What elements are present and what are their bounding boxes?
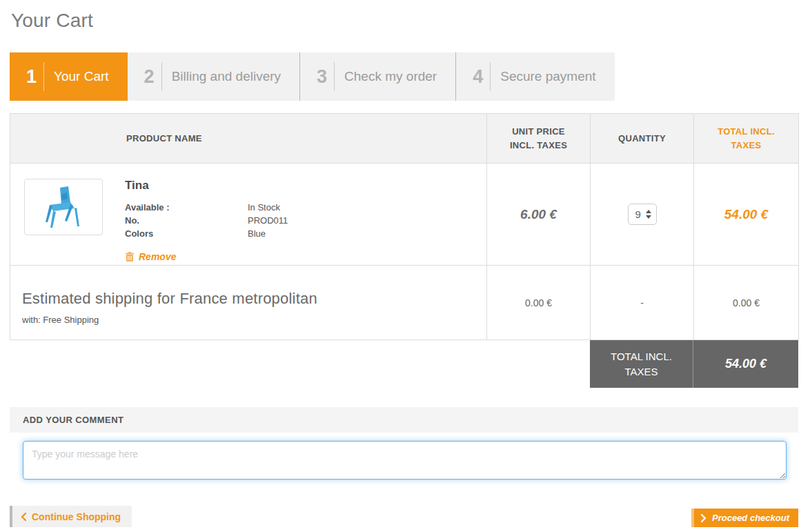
total-incl-taxes-value: 54.00 € bbox=[693, 340, 798, 388]
product-thumbnail[interactable] bbox=[24, 179, 103, 235]
page-title: Your Cart bbox=[11, 10, 798, 32]
product-name[interactable]: Tina bbox=[125, 179, 288, 193]
step-number: 2 bbox=[144, 66, 155, 88]
comment-section: ADD YOUR COMMENT bbox=[10, 407, 798, 489]
comment-textarea[interactable] bbox=[23, 441, 787, 480]
chevron-right-icon bbox=[701, 514, 707, 522]
attribute-label: No. bbox=[125, 214, 248, 227]
quantity-spinner-arrows[interactable] bbox=[646, 210, 651, 219]
shipping-row: Estimated shipping for France metropolit… bbox=[10, 266, 799, 340]
step-number: 3 bbox=[317, 66, 327, 88]
product-attribute-color: Colors Blue bbox=[125, 227, 288, 240]
step-number: 1 bbox=[26, 66, 37, 88]
quantity-stepper[interactable]: 9 bbox=[628, 204, 657, 225]
chevron-left-icon bbox=[21, 513, 26, 521]
step-label: Your Cart bbox=[54, 69, 109, 84]
column-header-quantity: QUANTITY bbox=[591, 114, 694, 164]
cart-product-row: Tina Available : In Stock No. PROD011 Co… bbox=[10, 164, 799, 266]
comment-body bbox=[10, 433, 798, 489]
product-unit-price: 6.00 € bbox=[520, 207, 557, 221]
cart-table-header-row: PRODUCT NAME UNIT PRICE INCL. TAXES QUAN… bbox=[10, 114, 799, 164]
product-attribute-availability: Available : In Stock bbox=[125, 201, 288, 214]
step-divider bbox=[490, 62, 491, 91]
attribute-value: In Stock bbox=[248, 201, 280, 214]
step-secure-payment[interactable]: 4 Secure payment bbox=[455, 52, 614, 101]
continue-shopping-button[interactable]: Continue Shopping bbox=[10, 506, 132, 527]
step-check-order[interactable]: 3 Check my order bbox=[299, 52, 455, 101]
step-label: Secure payment bbox=[500, 69, 595, 84]
proceed-checkout-button[interactable]: Proceed checkout bbox=[691, 509, 798, 527]
attribute-value: PROD011 bbox=[248, 214, 288, 227]
product-attribute-reference: No. PROD011 bbox=[125, 214, 288, 227]
cart-total-summary: TOTAL INCL. TAXES 54.00 € bbox=[590, 340, 798, 388]
step-divider bbox=[334, 62, 335, 91]
remove-item-label: Remove bbox=[139, 251, 176, 262]
product-details: Tina Available : In Stock No. PROD011 Co… bbox=[125, 179, 288, 265]
continue-shopping-label: Continue Shopping bbox=[32, 511, 121, 522]
quantity-up-icon[interactable] bbox=[646, 210, 651, 213]
attribute-label: Colors bbox=[125, 227, 248, 240]
shipping-total: 0.00 € bbox=[733, 297, 760, 308]
shipping-unit-price: 0.00 € bbox=[525, 297, 552, 308]
step-divider bbox=[43, 62, 44, 91]
shipping-cell: Estimated shipping for France metropolit… bbox=[10, 280, 486, 325]
trash-icon bbox=[125, 252, 135, 262]
step-your-cart[interactable]: 1 Your Cart bbox=[10, 52, 128, 101]
quantity-value[interactable]: 9 bbox=[635, 208, 641, 220]
step-divider bbox=[161, 62, 162, 91]
step-label: Billing and delivery bbox=[172, 69, 281, 84]
total-incl-taxes-label: TOTAL INCL. TAXES bbox=[590, 340, 693, 388]
blue-chair-image bbox=[34, 184, 92, 230]
product-cell: Tina Available : In Stock No. PROD011 Co… bbox=[10, 164, 486, 265]
attribute-label: Available : bbox=[125, 201, 248, 214]
column-header-unit-price: UNIT PRICE INCL. TAXES bbox=[487, 114, 591, 164]
quantity-down-icon[interactable] bbox=[646, 215, 651, 219]
attribute-value: Blue bbox=[248, 227, 266, 240]
column-header-total: TOTAL INCL. TAXES bbox=[694, 114, 799, 164]
checkout-steps: 1 Your Cart 2 Billing and delivery 3 Che… bbox=[10, 52, 585, 101]
step-billing-delivery[interactable]: 2 Billing and delivery bbox=[128, 52, 299, 101]
shipping-title: Estimated shipping for France metropolit… bbox=[22, 290, 486, 308]
comment-heading: ADD YOUR COMMENT bbox=[10, 407, 798, 433]
remove-item-link[interactable]: Remove bbox=[125, 251, 176, 262]
proceed-checkout-label: Proceed checkout bbox=[712, 513, 789, 523]
column-header-product-name: PRODUCT NAME bbox=[10, 114, 487, 164]
step-label: Check my order bbox=[344, 69, 437, 84]
cart-footer-actions: Continue Shopping Proceed checkout bbox=[10, 506, 798, 527]
product-line-total: 54.00 € bbox=[724, 207, 768, 221]
cart-table: PRODUCT NAME UNIT PRICE INCL. TAXES QUAN… bbox=[10, 113, 799, 340]
shipping-quantity: - bbox=[640, 297, 644, 308]
cart-page: Your Cart 1 Your Cart 2 Billing and deli… bbox=[10, 10, 798, 527]
step-number: 4 bbox=[473, 66, 483, 88]
shipping-carrier: with: Free Shipping bbox=[22, 315, 486, 325]
